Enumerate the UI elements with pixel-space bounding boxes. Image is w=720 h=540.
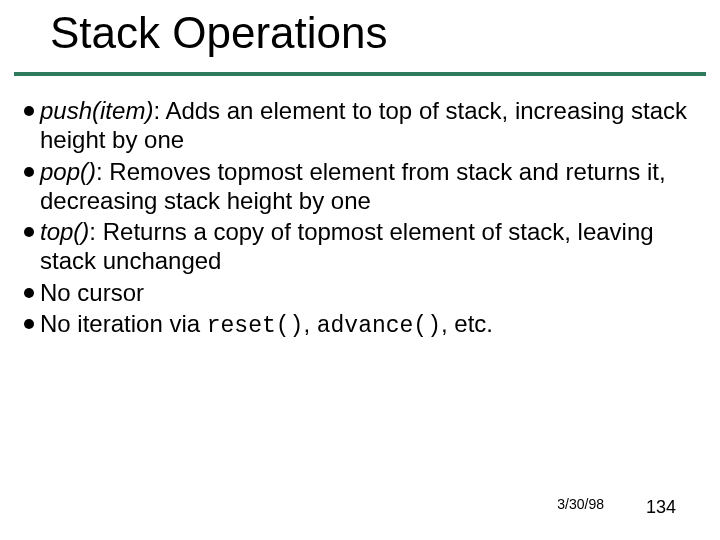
bullet-term: pop() bbox=[40, 158, 96, 185]
footer-page-number: 134 bbox=[646, 497, 676, 518]
title-underline bbox=[14, 72, 706, 76]
bullet-text: push(item): Adds an element to top of st… bbox=[40, 96, 696, 155]
bullet-dot-icon bbox=[24, 167, 34, 177]
slide: Stack Operations push(item): Adds an ele… bbox=[0, 0, 720, 540]
bullet-dot-icon bbox=[24, 288, 34, 298]
slide-title: Stack Operations bbox=[50, 8, 388, 58]
slide-body: push(item): Adds an element to top of st… bbox=[24, 96, 696, 342]
bullet-text: No iteration via reset(), advance(), etc… bbox=[40, 309, 696, 340]
bullet-top: top(): Returns a copy of topmost element… bbox=[24, 217, 696, 276]
footer-date: 3/30/98 bbox=[557, 496, 604, 512]
bullet-text: top(): Returns a copy of topmost element… bbox=[40, 217, 696, 276]
code-reset: reset() bbox=[207, 313, 304, 339]
bullet-push: push(item): Adds an element to top of st… bbox=[24, 96, 696, 155]
bullet-dot-icon bbox=[24, 106, 34, 116]
bullet-rest: : Returns a copy of topmost element of s… bbox=[40, 218, 654, 274]
bullet-text: pop(): Removes topmost element from stac… bbox=[40, 157, 696, 216]
bullet-pop: pop(): Removes topmost element from stac… bbox=[24, 157, 696, 216]
bullet-text: No cursor bbox=[40, 278, 696, 307]
bullet-rest: : Removes topmost element from stack and… bbox=[40, 158, 666, 214]
bullet-post: , etc. bbox=[441, 310, 493, 337]
bullet-dot-icon bbox=[24, 319, 34, 329]
bullet-dot-icon bbox=[24, 227, 34, 237]
bullet-mid: , bbox=[303, 310, 316, 337]
bullet-term: push(item) bbox=[40, 97, 153, 124]
code-advance: advance() bbox=[317, 313, 441, 339]
bullet-pre: No iteration via bbox=[40, 310, 207, 337]
bullet-no-iteration: No iteration via reset(), advance(), etc… bbox=[24, 309, 696, 340]
bullet-term: top() bbox=[40, 218, 89, 245]
bullet-no-cursor: No cursor bbox=[24, 278, 696, 307]
